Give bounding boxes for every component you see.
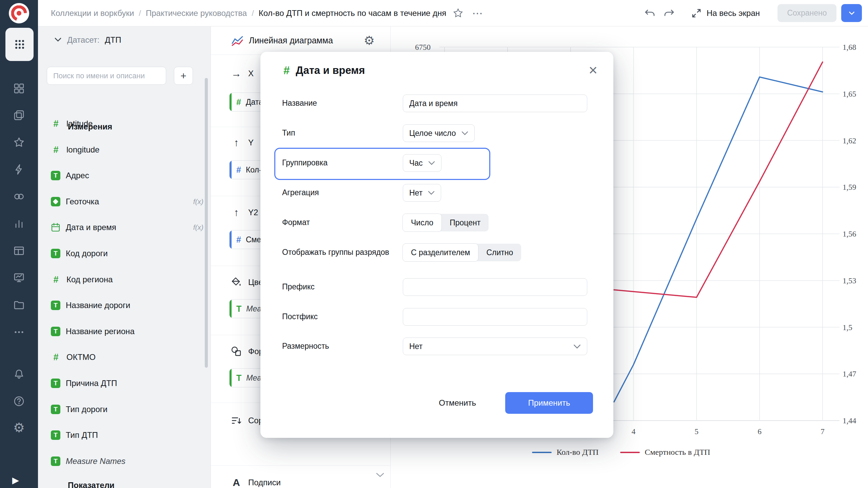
gear-icon[interactable]: ⚙ bbox=[364, 35, 375, 47]
breadcrumb-item-collections[interactable]: Коллекции и воркбуки bbox=[51, 8, 134, 18]
charts-bars-icon[interactable] bbox=[13, 218, 25, 229]
digit-groups-option-separator[interactable]: С разделителем bbox=[402, 243, 478, 262]
favorites-star-icon[interactable] bbox=[13, 137, 25, 148]
type-label: Тип bbox=[282, 128, 403, 138]
chart-type-title[interactable]: Линейная диаграмма bbox=[249, 36, 333, 45]
field-row[interactable]: #latitude bbox=[47, 114, 207, 133]
field-row[interactable]: #Код региона bbox=[47, 270, 207, 289]
svg-text:1,53: 1,53 bbox=[843, 277, 856, 285]
section-6[interactable]: AПодписи bbox=[230, 474, 379, 488]
grouping-select[interactable]: Час bbox=[403, 154, 441, 172]
save-menu-button[interactable] bbox=[841, 4, 862, 22]
search-input[interactable] bbox=[47, 67, 166, 85]
number-field-icon: # bbox=[51, 352, 61, 363]
editor-monitor-icon[interactable] bbox=[13, 272, 25, 284]
datalens-logo-icon[interactable] bbox=[9, 3, 29, 23]
field-row[interactable]: TТип ДТП bbox=[47, 426, 207, 445]
y-axis-icon: ↑ bbox=[230, 207, 243, 218]
help-question-icon[interactable] bbox=[13, 395, 25, 407]
number-field-icon: # bbox=[51, 274, 61, 285]
left-rail: ⚙ ▶ bbox=[0, 0, 38, 488]
svg-text:1,65: 1,65 bbox=[843, 90, 856, 98]
notifications-bell-icon[interactable] bbox=[13, 368, 25, 380]
files-folder-icon[interactable] bbox=[13, 299, 25, 311]
field-row[interactable]: TКод дороги bbox=[47, 244, 207, 263]
shapes-icon bbox=[230, 346, 243, 357]
legend-item[interactable]: Смертность в ДТП bbox=[620, 448, 710, 457]
type-select[interactable]: Целое число bbox=[403, 124, 475, 142]
dimension-select[interactable]: Нет bbox=[403, 338, 587, 355]
field-row[interactable]: TНазвание дороги bbox=[47, 296, 207, 315]
scroll-more-icon[interactable] bbox=[376, 472, 384, 479]
field-row[interactable]: TАдрес bbox=[47, 166, 207, 185]
dataset-label: Датасет: bbox=[67, 35, 99, 45]
scrollbar[interactable] bbox=[205, 78, 208, 368]
text-field-icon: T bbox=[51, 327, 60, 336]
sort-icon bbox=[230, 415, 243, 426]
favorite-star-button[interactable] bbox=[453, 8, 463, 18]
field-row[interactable]: TПричина ДТП bbox=[47, 374, 207, 393]
settings-gear-icon[interactable]: ⚙ bbox=[13, 421, 25, 434]
apps-grid-icon[interactable] bbox=[5, 28, 34, 61]
apply-button[interactable]: Применить bbox=[505, 392, 593, 414]
field-row[interactable]: #longitude bbox=[47, 140, 207, 159]
digit-groups-option-plain[interactable]: Слитно bbox=[478, 244, 521, 261]
svg-text:5: 5 bbox=[695, 427, 699, 436]
chart-config-header: Линейная диаграмма ⚙ bbox=[211, 26, 390, 55]
postfix-input[interactable] bbox=[403, 308, 587, 326]
undo-button[interactable] bbox=[644, 8, 655, 18]
close-button[interactable]: × bbox=[584, 61, 602, 79]
quick-bolt-icon[interactable] bbox=[13, 164, 25, 175]
undo-icon bbox=[644, 8, 655, 18]
name-input[interactable] bbox=[403, 95, 587, 112]
redo-button[interactable] bbox=[664, 8, 675, 18]
dashboards-grid-icon[interactable] bbox=[13, 83, 25, 94]
add-field-button[interactable]: + bbox=[174, 67, 193, 85]
svg-text:1,5: 1,5 bbox=[843, 323, 852, 332]
aggregation-label: Агрегация bbox=[282, 187, 403, 198]
run-play-icon[interactable]: ▶ bbox=[12, 475, 19, 486]
labels-icon: A bbox=[230, 477, 243, 488]
formula-badge: f(x) bbox=[193, 198, 203, 206]
dataset-selector[interactable]: Датасет: ДТП bbox=[38, 31, 121, 49]
breadcrumb-separator: / bbox=[139, 8, 141, 18]
more-dots-icon[interactable] bbox=[13, 326, 25, 338]
format-label: Формат bbox=[282, 217, 403, 228]
field-row[interactable]: #ОКТМО bbox=[47, 348, 207, 367]
chevron-down-icon bbox=[847, 9, 856, 18]
field-row[interactable]: Геоточкаf(x) bbox=[47, 192, 207, 211]
chevron-down-icon bbox=[428, 161, 435, 165]
chevron-down-icon bbox=[54, 37, 62, 43]
svg-text:1,47: 1,47 bbox=[843, 370, 856, 378]
name-label: Название bbox=[282, 98, 403, 108]
prefix-input[interactable] bbox=[403, 278, 587, 296]
field-row[interactable]: TНазвание региона bbox=[47, 322, 207, 341]
aggregation-select[interactable]: Нет bbox=[403, 184, 441, 202]
datasets-table-icon[interactable] bbox=[13, 245, 25, 257]
text-field-icon: T bbox=[51, 171, 60, 180]
format-segmented-control: Число Процент bbox=[403, 214, 489, 231]
svg-text:1,59: 1,59 bbox=[843, 183, 856, 191]
breadcrumb-item-guides[interactable]: Практические руководства bbox=[146, 8, 247, 18]
svg-text:6: 6 bbox=[757, 427, 762, 436]
format-option-number[interactable]: Число bbox=[402, 214, 442, 232]
more-menu-button[interactable]: ⋯ bbox=[472, 8, 483, 19]
field-row[interactable]: Дата и времяf(x) bbox=[47, 218, 207, 237]
cancel-button[interactable]: Отменить bbox=[427, 392, 488, 414]
svg-text:7: 7 bbox=[821, 427, 825, 436]
collections-layers-icon[interactable] bbox=[13, 109, 25, 121]
svg-text:1,62: 1,62 bbox=[843, 137, 856, 145]
field-row[interactable]: TMeasure Names bbox=[47, 452, 207, 471]
connections-rings-icon[interactable] bbox=[13, 191, 25, 202]
legend-item[interactable]: Кол-во ДТП bbox=[532, 448, 598, 457]
fullscreen-button[interactable]: На весь экран bbox=[689, 7, 762, 19]
format-option-percent[interactable]: Процент bbox=[441, 214, 489, 231]
svg-text:6750: 6750 bbox=[415, 43, 431, 52]
saved-button: Сохранено bbox=[777, 4, 836, 22]
breadcrumb-item-current: Кол-во ДТП и смертность по часам в течен… bbox=[259, 8, 446, 18]
fullscreen-label: На весь экран bbox=[707, 8, 760, 18]
text-field-icon: T bbox=[51, 405, 60, 414]
field-row[interactable]: TТип дороги bbox=[47, 400, 207, 419]
x-axis-icon: → bbox=[230, 68, 243, 79]
breadcrumb-separator: / bbox=[252, 8, 254, 18]
